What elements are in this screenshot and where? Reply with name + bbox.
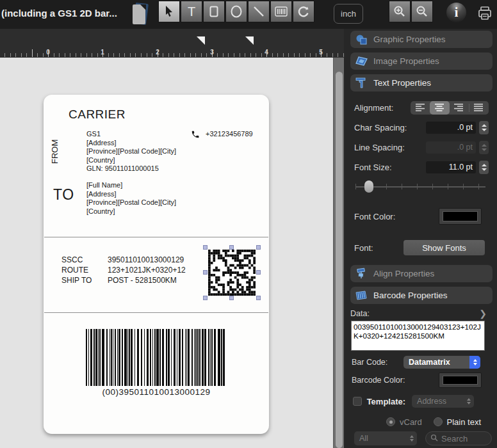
selection-handle[interactable] xyxy=(256,296,261,300)
char-spacing-stepper[interactable] xyxy=(479,121,489,134)
line-spacing-stepper xyxy=(479,141,489,154)
graphic-properties-icon xyxy=(355,33,368,46)
to-address-line: [Province][Postal Code][City] xyxy=(86,198,176,207)
section-graphic-properties[interactable]: Graphic Properties xyxy=(350,31,493,48)
scrollbar-thumb[interactable] xyxy=(336,72,343,448)
print-button[interactable] xyxy=(477,5,493,22)
barcode-color-well[interactable] xyxy=(439,372,482,388)
char-spacing-field[interactable]: .0 pt xyxy=(426,122,476,134)
font-size-row: Font Size: 11.0 pt xyxy=(344,161,497,174)
section-text-properties[interactable]: Text Properties xyxy=(350,74,493,92)
font-size-stepper[interactable] xyxy=(479,161,489,174)
plain-text-radio[interactable] xyxy=(434,417,443,426)
selection-handle[interactable] xyxy=(256,245,261,250)
selection-handle[interactable] xyxy=(229,296,234,300)
data-header-row: Data: ❯ xyxy=(344,308,497,319)
zoom-out-icon xyxy=(415,4,429,19)
selection-handle[interactable] xyxy=(203,270,208,275)
align-left-button[interactable] xyxy=(411,101,430,115)
from-address-block[interactable]: GS1 [Address] [Province][Postal Code][Ci… xyxy=(86,130,176,173)
ruler-major-ticks xyxy=(0,49,344,57)
line-tool-button[interactable] xyxy=(248,1,270,22)
image-properties-icon xyxy=(355,55,368,68)
font-color-well[interactable] xyxy=(439,208,482,225)
shipping-info-table[interactable]: SSCC 395011010013000129 ROUTE 123+1021JK… xyxy=(61,255,186,285)
search-input[interactable] xyxy=(441,434,486,444)
phone-block[interactable]: +32123456789 xyxy=(191,130,253,141)
section-image-properties[interactable]: Image Properties xyxy=(350,52,493,70)
section-label: Text Properties xyxy=(373,78,431,88)
from-label[interactable]: FROM xyxy=(50,131,61,173)
line-spacing-label: Line Spacing: xyxy=(354,143,405,152)
barcode-tool-button[interactable] xyxy=(270,1,292,22)
align-right-button[interactable] xyxy=(450,101,469,115)
select-tool-button[interactable] xyxy=(158,1,180,22)
ellipse-tool-button[interactable] xyxy=(225,1,247,22)
properties-panel: Graphic Properties Image Properties Text… xyxy=(344,29,497,448)
to-address-line: [Full Name] xyxy=(86,181,176,190)
tab-stop-marker[interactable] xyxy=(197,36,205,45)
rotate-icon xyxy=(297,5,310,18)
barcode-type-value: Datamatrix xyxy=(403,358,469,367)
show-fonts-button[interactable]: Show Fonts xyxy=(403,240,485,255)
line-icon xyxy=(252,5,265,18)
alignment-label: Alignment: xyxy=(354,103,393,113)
contact-filter-value: All xyxy=(354,434,406,443)
text-tool-button[interactable]: T xyxy=(181,1,202,22)
tool-buttons: T xyxy=(158,1,314,22)
barcode-color-row: Barcode Color: xyxy=(344,372,497,388)
font-size-label: Font Size: xyxy=(354,163,392,172)
app-window: (including a GS1 2D bar... T xyxy=(0,0,497,448)
font-size-field[interactable]: 11.0 pt xyxy=(426,161,476,173)
selection-handle[interactable] xyxy=(203,245,208,250)
carrier-title[interactable]: CARRIER xyxy=(69,108,126,122)
code128-barcode[interactable] xyxy=(86,329,227,386)
to-label[interactable]: TO xyxy=(53,186,74,204)
selection-handle[interactable] xyxy=(229,245,234,250)
route-key: ROUTE xyxy=(61,265,108,275)
barcode-data-input[interactable]: 00395011010013000129403123+102JK+0320+12… xyxy=(351,321,485,351)
contact-search-field[interactable] xyxy=(425,431,492,445)
template-checkbox[interactable] xyxy=(353,397,362,406)
line-spacing-row: Line Spacing: .0 pt xyxy=(344,141,497,154)
align-center-button[interactable] xyxy=(430,101,449,115)
section-label: Barcode Properties xyxy=(373,291,448,300)
from-address-line: [Province][Postal Code][City] xyxy=(86,147,176,156)
from-name: GS1 xyxy=(86,130,176,139)
barcode-color-label: Barcode Color: xyxy=(352,376,405,385)
section-align-properties[interactable]: Align Properties xyxy=(350,265,493,282)
info-button[interactable]: i xyxy=(446,3,466,22)
font-label: Font: xyxy=(354,243,373,253)
unit-selector[interactable]: inch xyxy=(334,4,363,24)
rotate-tool-button[interactable] xyxy=(293,1,314,22)
contact-filter-row: All xyxy=(344,431,497,445)
from-gln: GLN: 95011011000015 xyxy=(86,164,176,173)
font-size-slider[interactable] xyxy=(344,180,497,193)
rectangle-icon xyxy=(209,5,219,18)
to-address-block[interactable]: [Full Name] [Address] [Province][Postal … xyxy=(86,181,176,216)
popup-arrows-icon xyxy=(406,432,417,445)
rectangle-tool-button[interactable] xyxy=(203,1,225,22)
font-color-swatch xyxy=(443,211,478,221)
zoom-out-button[interactable] xyxy=(411,1,433,22)
vertical-scrollbar[interactable] xyxy=(333,58,344,448)
align-justify-button[interactable] xyxy=(469,101,489,115)
ruler-number: 5 xyxy=(319,49,323,56)
datamatrix-barcode-selected[interactable] xyxy=(205,247,259,298)
barcode-icon xyxy=(275,6,288,17)
from-address-line: [Country] xyxy=(86,156,176,165)
arrow-cursor-icon xyxy=(163,5,175,18)
slider-thumb[interactable] xyxy=(364,180,373,193)
barcode-type-popup[interactable]: Datamatrix xyxy=(403,356,480,369)
selection-handle[interactable] xyxy=(256,270,261,275)
section-barcode-properties[interactable]: Barcode Properties xyxy=(350,287,493,304)
zoom-buttons xyxy=(389,1,433,22)
tab-stop-marker[interactable] xyxy=(245,36,254,45)
label-document[interactable]: CARRIER FROM GS1 [Address] [Province][Po… xyxy=(44,95,269,434)
data-disclosure-chevron-icon[interactable]: ❯ xyxy=(479,308,487,319)
selection-handle[interactable] xyxy=(203,296,208,300)
section-divider xyxy=(44,237,268,237)
zoom-in-button[interactable] xyxy=(389,1,411,22)
from-address-line: [Address] xyxy=(86,139,176,148)
design-canvas[interactable]: CARRIER FROM GS1 [Address] [Province][Po… xyxy=(0,58,344,448)
